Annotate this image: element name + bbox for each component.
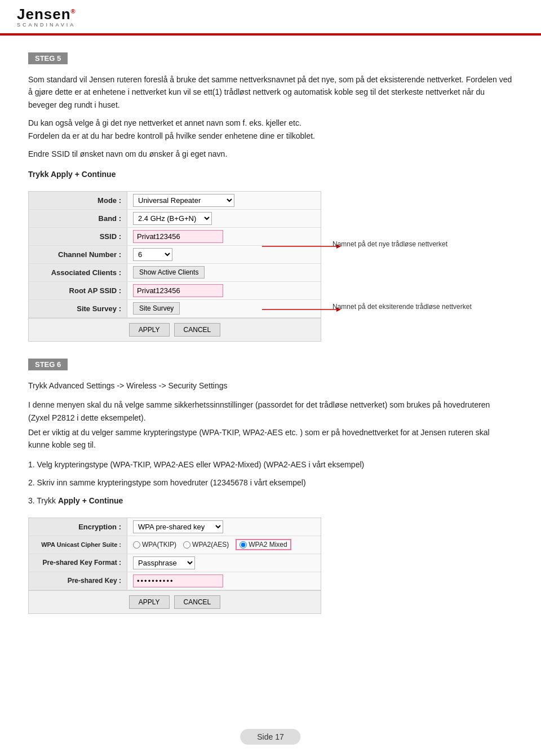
wpa2-mixed-radio-label[interactable]: WPA2 Mixed — [240, 541, 287, 549]
mode-label: Mode : — [29, 192, 127, 209]
channel-label: Channel Number : — [29, 246, 127, 263]
band-label: Band : — [29, 210, 127, 227]
site-survey-button[interactable]: Site Survey — [133, 302, 180, 315]
ssid-input[interactable] — [133, 230, 223, 243]
site-survey-row: Site Survey : Site Survey — [29, 300, 321, 318]
channel-select[interactable]: 6 — [133, 248, 172, 261]
step6-para2: Det er viktig at du velger samme krypter… — [28, 426, 513, 452]
step6-apply-button[interactable]: APPLY — [129, 595, 170, 609]
wpa-unicast-value: WPA(TKIP) WPA2(AES) WPA2 Mixed — [127, 537, 321, 552]
psk-value — [127, 572, 321, 590]
band-value: 2.4 GHz (B+G+N) — [127, 210, 321, 227]
show-active-clients-button[interactable]: Show Active Clients — [133, 266, 205, 278]
step6-section: STEG 6 Trykk Advanced Settings -> Wirele… — [28, 359, 513, 614]
logo: Jensen® SCANDINAVIA — [17, 6, 76, 28]
mode-select[interactable]: Universal Repeater — [133, 194, 234, 207]
step5-para1: Som standard vil Jensen ruteren foreslå … — [28, 73, 513, 111]
psk-row: Pre-shared Key : — [29, 572, 321, 590]
step5-section: STEG 5 Som standard vil Jensen ruteren f… — [28, 52, 513, 342]
encryption-select[interactable]: WPA pre-shared key — [133, 520, 223, 533]
step6-list: 1. Velg krypteringstype (WPA-TKIP, WPA2-… — [28, 458, 513, 507]
assoc-clients-label: Associated Clients : — [29, 264, 127, 281]
page-header: Jensen® SCANDINAVIA — [0, 0, 541, 36]
wpa2-mixed-radio[interactable] — [240, 541, 247, 549]
step6-cancel-button[interactable]: CANCEL — [174, 595, 221, 609]
channel-value: 6 — [127, 246, 321, 263]
step6-list-item3: 3. Trykk 3. Trykk Apply + ContinueApply … — [28, 494, 513, 507]
psk-format-row: Pre-shared Key Format : Passphrase — [29, 554, 321, 572]
channel-row: Channel Number : 6 — [29, 246, 321, 264]
step6-intro: Trykk Advanced Settings -> Wireless -> S… — [28, 379, 513, 392]
psk-format-select[interactable]: Passphrase — [133, 556, 195, 569]
encryption-label: Encryption : — [29, 518, 127, 536]
step5-badge: STEG 5 — [28, 52, 68, 64]
root-ap-ssid-input[interactable] — [133, 284, 223, 297]
mode-value: Universal Repeater — [127, 192, 321, 209]
step5-router-panel: Mode : Universal Repeater Band : 2.4 GHz… — [28, 191, 321, 342]
site-survey-value: Site Survey — [127, 300, 321, 317]
step5-form-buttons: APPLY CANCEL — [29, 318, 321, 341]
page-footer: Side 17 — [240, 729, 300, 745]
step5-cancel-button[interactable]: CANCEL — [174, 323, 221, 337]
wpa-unicast-label: WPA Unicast Cipher Suite : — [29, 536, 127, 554]
logo-brand: Jensen® — [17, 6, 76, 23]
assoc-clients-row: Associated Clients : Show Active Clients — [29, 264, 321, 282]
step6-list-item1: 1. Velg krypteringstype (WPA-TKIP, WPA2-… — [28, 458, 513, 471]
site-survey-label: Site Survey : — [29, 300, 127, 317]
ssid-label: SSID : — [29, 228, 127, 245]
wpa-tkip-radio-label[interactable]: WPA(TKIP) — [133, 541, 176, 549]
wpa-unicast-row: WPA Unicast Cipher Suite : WPA(TKIP) WPA… — [29, 536, 321, 554]
psk-format-value: Passphrase — [127, 554, 321, 572]
ssid-row: SSID : — [29, 228, 321, 246]
wpa2-aes-radio[interactable] — [183, 541, 190, 549]
encryption-row: Encryption : WPA pre-shared key — [29, 518, 321, 536]
step5-apply-button[interactable]: APPLY — [129, 323, 170, 337]
wpa2-mixed-outline: WPA2 Mixed — [236, 539, 291, 550]
step6-badge: STEG 6 — [28, 359, 68, 370]
mode-row: Mode : Universal Repeater — [29, 192, 321, 210]
root-ssid-annotation: Namnet på det eksiterende trådløse nettv… — [332, 303, 472, 311]
step6-list-item2: 2. Skriv inn samme krypteringstype som h… — [28, 476, 513, 489]
step6-para1: I denne menyen skal du nå velge samme si… — [28, 399, 513, 424]
band-select[interactable]: 2.4 GHz (B+G+N) — [133, 212, 212, 225]
main-content: STEG 5 Som standard vil Jensen ruteren f… — [0, 36, 541, 641]
band-row: Band : 2.4 GHz (B+G+N) — [29, 210, 321, 228]
wpa2-aes-radio-label[interactable]: WPA2(AES) — [183, 541, 229, 549]
logo-subtitle: SCANDINAVIA — [17, 22, 76, 28]
encryption-value: WPA pre-shared key — [127, 518, 321, 536]
psk-label: Pre-shared Key : — [29, 572, 127, 590]
ssid-value — [127, 228, 321, 245]
assoc-clients-value: Show Active Clients — [127, 264, 321, 281]
step5-para2: Du kan også velge å gi det nye nettverke… — [28, 117, 513, 142]
ssid-annotation: Namnet på det nye trådløse nettverket — [332, 240, 447, 248]
step6-form-buttons: APPLY CANCEL — [29, 590, 321, 613]
root-ap-ssid-label: Root AP SSID : — [29, 282, 127, 299]
step6-enc-panel: Encryption : WPA pre-shared key WPA Unic… — [28, 518, 321, 614]
step5-para3: Endre SSID til ønsket navn om du ønsker … — [28, 148, 513, 160]
step5-bold: Trykk Apply + Continue — [28, 168, 513, 180]
psk-input[interactable] — [133, 574, 223, 587]
wpa-tkip-radio[interactable] — [133, 541, 140, 549]
step5-form-area: Mode : Universal Repeater Band : 2.4 GHz… — [28, 191, 513, 342]
root-ap-ssid-value — [127, 282, 321, 299]
root-ap-ssid-row: Root AP SSID : — [29, 282, 321, 300]
psk-format-label: Pre-shared Key Format : — [29, 554, 127, 572]
